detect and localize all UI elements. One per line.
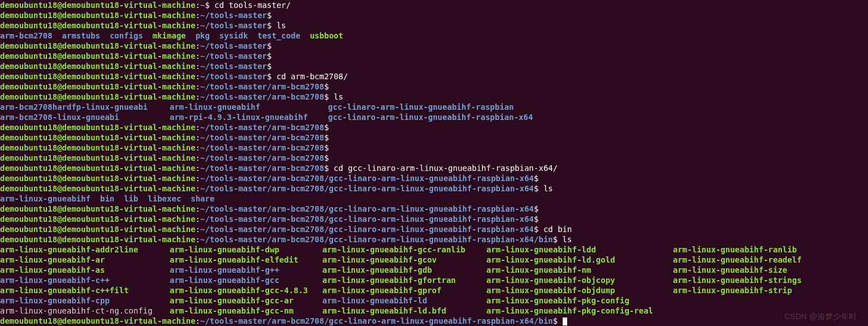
- prompt-user: demoubuntu18@demoubuntu18-virtual-machin…: [0, 143, 196, 152]
- prompt-user: demoubuntu18@demoubuntu18-virtual-machin…: [0, 92, 196, 101]
- ls-output: arm-linux-gnueabihf bin lib libexec shar…: [0, 194, 868, 204]
- prompt-user: demoubuntu18@demoubuntu18-virtual-machin…: [0, 174, 196, 183]
- prompt-path: ~/tools-master/arm-bcm2708/gcc-linaro-ar…: [200, 215, 534, 224]
- prompt-path: ~/tools-master/arm-bcm2708/gcc-linaro-ar…: [200, 204, 534, 213]
- ls-output: arm-linux-gnueabihf-asarm-linux-gnueabih…: [0, 265, 868, 275]
- prompt-path: ~/tools-master/arm-bcm2708/gcc-linaro-ar…: [200, 174, 534, 183]
- prompt-path: ~/tools-master/arm-bcm2708: [200, 133, 324, 142]
- command: cd tools-master/: [210, 1, 291, 10]
- ls-output: arm-linux-gnueabihf-ararm-linux-gnueabih…: [0, 255, 868, 265]
- command: [558, 316, 562, 325]
- prompt-user: demoubuntu18@demoubuntu18-virtual-machin…: [0, 82, 196, 91]
- prompt-user: demoubuntu18@demoubuntu18-virtual-machin…: [0, 123, 196, 132]
- ls-output: arm-linux-gnueabihf-cpparm-linux-gnueabi…: [0, 295, 868, 306]
- prompt-path: ~/tools-master/arm-bcm2708: [200, 164, 324, 173]
- prompt-path: ~/tools-master/arm-bcm2708/gcc-linaro-ar…: [200, 316, 553, 325]
- prompt-user: demoubuntu18@demoubuntu18-virtual-machin…: [0, 41, 196, 50]
- prompt-path: ~/tools-master/arm-bcm2708: [200, 92, 324, 101]
- prompt-user: demoubuntu18@demoubuntu18-virtual-machin…: [0, 21, 196, 30]
- prompt-user: demoubuntu18@demoubuntu18-virtual-machin…: [0, 235, 196, 244]
- ls-output: arm-bcm2708 armstubs configs mkimage pkg…: [0, 31, 868, 41]
- ls-output: arm-linux-gnueabihf-ct-ng.configarm-linu…: [0, 306, 868, 316]
- ls-output: arm-linux-gnueabihf-addr2linearm-linux-g…: [0, 244, 868, 255]
- command: ls: [271, 21, 286, 30]
- prompt-path: ~/tools-master: [200, 52, 267, 61]
- command: cd gcc-linaro-arm-linux-gnueabihf-raspbi…: [329, 164, 558, 173]
- prompt-path: ~/tools-master: [200, 21, 267, 30]
- command: ls: [538, 184, 552, 193]
- prompt-path: ~/tools-master: [200, 11, 267, 20]
- prompt-path: ~/tools-master/arm-bcm2708: [200, 153, 324, 162]
- prompt-path: ~/tools-master/arm-bcm2708: [200, 123, 324, 132]
- terminal[interactable]: demoubuntu18@demoubuntu18-virtual-machin…: [0, 0, 868, 326]
- command: cd arm-bcm2708/: [271, 72, 348, 81]
- prompt-user: demoubuntu18@demoubuntu18-virtual-machin…: [0, 62, 196, 71]
- prompt-user: demoubuntu18@demoubuntu18-virtual-machin…: [0, 11, 196, 20]
- prompt-path: ~/tools-master/arm-bcm2708: [200, 82, 324, 91]
- ls-output: arm-bcm2708hardfp-linux-gnueabiarm-linux…: [0, 102, 868, 112]
- prompt-user: demoubuntu18@demoubuntu18-virtual-machin…: [0, 1, 196, 10]
- prompt-path: ~/tools-master/arm-bcm2708/gcc-linaro-ar…: [200, 184, 534, 193]
- prompt-path: ~/tools-master/arm-bcm2708/gcc-linaro-ar…: [200, 225, 534, 234]
- prompt-user: demoubuntu18@demoubuntu18-virtual-machin…: [0, 153, 196, 162]
- prompt-path: ~/tools-master: [200, 72, 267, 81]
- prompt-user: demoubuntu18@demoubuntu18-virtual-machin…: [0, 215, 196, 224]
- command: cd bin: [538, 225, 572, 234]
- prompt-user: demoubuntu18@demoubuntu18-virtual-machin…: [0, 133, 196, 142]
- prompt-user: demoubuntu18@demoubuntu18-virtual-machin…: [0, 164, 196, 173]
- prompt-path: ~/tools-master: [200, 41, 267, 50]
- prompt-user: demoubuntu18@demoubuntu18-virtual-machin…: [0, 52, 196, 61]
- prompt-user: demoubuntu18@demoubuntu18-virtual-machin…: [0, 184, 196, 193]
- ls-output: arm-linux-gnueabihf-c++filtarm-linux-gnu…: [0, 285, 868, 295]
- prompt-path: ~/tools-master: [200, 62, 267, 71]
- prompt-user: demoubuntu18@demoubuntu18-virtual-machin…: [0, 204, 196, 213]
- watermark: CSDN @追梦少年时: [784, 311, 857, 321]
- command: ls: [558, 235, 572, 244]
- prompt-path: ~/tools-master/arm-bcm2708: [200, 143, 324, 152]
- prompt-user: demoubuntu18@demoubuntu18-virtual-machin…: [0, 72, 196, 81]
- prompt-user: demoubuntu18@demoubuntu18-virtual-machin…: [0, 225, 196, 234]
- prompt-path: ~/tools-master/arm-bcm2708/gcc-linaro-ar…: [200, 235, 553, 244]
- ls-output: arm-bcm2708-linux-gnueabiarm-rpi-4.9.3-l…: [0, 112, 868, 122]
- prompt-user: demoubuntu18@demoubuntu18-virtual-machin…: [0, 316, 196, 325]
- command: ls: [329, 92, 343, 101]
- ls-output: arm-linux-gnueabihf-c++arm-linux-gnueabi…: [0, 275, 868, 285]
- cursor: [563, 318, 567, 325]
